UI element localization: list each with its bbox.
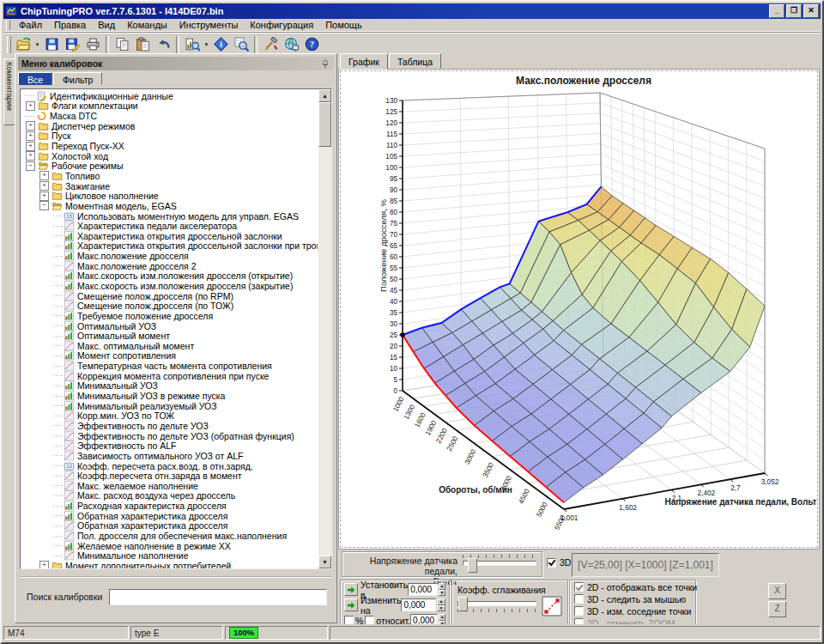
tree-item[interactable]: Обратная характеристика дросселя	[22, 521, 318, 532]
tree-item[interactable]: Желаемое наполнение в режиме ХХ	[22, 541, 318, 551]
title-bar[interactable]: ChipTuningPRO ver.7.7.6.1301 - I414DE07.…	[3, 3, 821, 19]
tree-item[interactable]: Макс. расход воздуха через дроссель	[22, 491, 318, 501]
open-dropdown[interactable]: ▼	[33, 34, 41, 55]
tree-item[interactable]: −Моментная модель, EGAS	[22, 201, 318, 211]
copy-button[interactable]	[112, 34, 132, 55]
tree-item[interactable]: Минимальный реализуемый УОЗ	[22, 401, 318, 411]
tree-item[interactable]: Характеристика открытия дроссельной засл…	[22, 241, 318, 252]
tree-item[interactable]: +Диспетчер режимов	[22, 121, 318, 131]
tree-item[interactable]: Макс.положение дросселя 2	[22, 261, 318, 271]
menu-item-6[interactable]: Конфигурация	[244, 20, 319, 30]
tree-item[interactable]: +Холостой ход	[22, 151, 318, 161]
collapse-icon[interactable]: −	[39, 201, 49, 210]
apply-set-button[interactable]	[344, 583, 358, 596]
tree-item[interactable]: Эффективность по дельте УОЗ (обратная фу…	[22, 431, 318, 441]
expand-icon[interactable]: +	[39, 561, 49, 568]
tree-item[interactable]: +Флаги комплектации	[22, 101, 318, 112]
expand-icon[interactable]: +	[26, 142, 35, 151]
apply-change-button[interactable]	[344, 598, 358, 611]
axis-x-button[interactable]: X	[768, 583, 786, 599]
change-by-value[interactable]: 0,000	[401, 598, 436, 611]
tree-item[interactable]: +Пуск	[22, 131, 318, 142]
zoom-button[interactable]	[231, 34, 251, 55]
globe-button[interactable]	[281, 34, 301, 55]
view-tab-График[interactable]: График	[340, 53, 388, 70]
voltage-slider-thumb[interactable]	[468, 558, 477, 573]
tree-tab-Фильтр[interactable]: Фильтр	[53, 72, 102, 85]
paste-button[interactable]	[132, 34, 153, 55]
expand-icon[interactable]: +	[26, 121, 35, 131]
tree-item[interactable]: Макс.положение дросселя	[22, 251, 318, 261]
tree-item[interactable]: Корр.мин. УОЗ по ТОЖ	[22, 411, 318, 422]
tree-item[interactable]: Расходная характеристка дросселя	[22, 501, 318, 511]
tree-item[interactable]: +Топливо	[22, 171, 318, 181]
tree-item[interactable]: Обратная характеристика дросселя	[22, 511, 318, 521]
save-as-button[interactable]	[62, 34, 82, 55]
set-to-spinner[interactable]: ▲▼	[439, 583, 445, 596]
tree-item[interactable]: Температурная часть момента сопротивлени…	[22, 361, 318, 371]
tree-item[interactable]: Зависимость оптимального УОЗ от ALF	[22, 451, 318, 461]
expand-icon[interactable]: +	[39, 171, 49, 180]
tree-item[interactable]: Макс.скорость изм.положения дросселя (за…	[22, 281, 318, 291]
compare-dropdown[interactable]: ▼	[203, 34, 210, 55]
view-tab-Таблица[interactable]: Таблица	[389, 53, 441, 69]
expand-icon[interactable]: +	[39, 191, 49, 201]
menu-item-3[interactable]: Вид	[92, 20, 121, 30]
tree-item[interactable]: Макс.скорость изм.положения дросселя (от…	[22, 271, 318, 282]
collapse-icon[interactable]: −	[26, 161, 35, 171]
tree-item[interactable]: Минимальный УОЗ в режиме пуска	[22, 391, 318, 401]
tree-item[interactable]: +Переход Пуск-ХХ	[22, 141, 318, 151]
tree-item[interactable]: Маска DTC	[22, 111, 318, 121]
voltage-slider[interactable]	[463, 555, 536, 566]
search-input[interactable]	[109, 589, 327, 605]
tree-item[interactable]: Эффективность по дельте УОЗ	[22, 421, 318, 431]
tree-item[interactable]: Требуемое положение дросселя	[22, 311, 318, 321]
tree-item[interactable]: −Рабочие режимы	[22, 161, 318, 171]
menu-item-5[interactable]: Инструменты	[173, 20, 245, 30]
minimize-button[interactable]: _	[769, 4, 785, 18]
surface-chart[interactable]: 0510152025303540455055606570758085909510…	[340, 70, 821, 548]
tree-item[interactable]: Коэфф.пересчета отн.заряда в момент	[22, 471, 318, 481]
option-checkbox-2[interactable]	[574, 594, 584, 604]
menu-item-1[interactable]: Файл	[13, 20, 48, 30]
menu-item-2[interactable]: Правка	[48, 20, 92, 30]
change-by-spinner[interactable]: ▲▼	[437, 598, 445, 611]
tree-item[interactable]: Смещение полож.дросселя (по RPM)	[22, 291, 318, 301]
comments-vertical-tab[interactable]: Комментарии	[3, 58, 15, 125]
restore-button[interactable]: ❐	[786, 4, 802, 18]
tree-scrollbar[interactable]: ▲ ▼	[318, 89, 331, 568]
tree-item[interactable]: Характеристика открытия дроссельной засл…	[22, 231, 318, 241]
undo-button[interactable]	[153, 34, 173, 55]
close-button[interactable]: ✕	[803, 4, 819, 18]
save-button[interactable]	[41, 34, 62, 55]
tree-item[interactable]: +Зажигание	[22, 181, 318, 191]
help-button[interactable]	[301, 34, 322, 55]
menu-item-7[interactable]: Помощь	[319, 20, 368, 30]
option-checkbox-1[interactable]	[574, 582, 584, 592]
tree-item[interactable]: Коэфф. пересчета расх.возд. в отн.заряд.	[22, 461, 318, 471]
smoothing-slider[interactable]	[457, 601, 536, 612]
tree-tab-Все[interactable]: Все	[18, 72, 52, 85]
expand-icon[interactable]: +	[26, 151, 35, 161]
tree-item[interactable]: Оптимальный УОЗ	[22, 321, 318, 331]
tree-item[interactable]: Макс. оптимальный момент	[22, 341, 318, 351]
expand-icon[interactable]: +	[26, 101, 35, 111]
tree-item[interactable]: +Цикловое наполнение	[22, 191, 318, 201]
checkbox-3d[interactable]	[547, 558, 556, 568]
tree-item[interactable]: Минимальное наполнение	[22, 550, 318, 561]
scroll-down-button[interactable]: ▼	[318, 556, 331, 568]
expand-icon[interactable]: +	[39, 181, 49, 191]
scroll-thumb[interactable]	[318, 102, 331, 147]
tree-item[interactable]: Характеристика педали акселератора	[22, 221, 318, 231]
chart-area[interactable]: 0510152025303540455055606570758085909510…	[338, 69, 820, 550]
tree-item[interactable]: Макс. желаемое наполнение	[22, 481, 318, 491]
tree-item[interactable]: Минимальный УОЗ	[22, 381, 318, 392]
pin-icon[interactable]	[319, 58, 330, 70]
interpolate-button[interactable]	[542, 596, 562, 617]
tree-item[interactable]: Оптимальный момент	[22, 331, 318, 341]
expand-icon[interactable]: +	[26, 131, 35, 141]
open-button[interactable]	[13, 34, 33, 55]
info-button[interactable]	[210, 34, 231, 55]
tree-item[interactable]: +Момент дополнительных потребителей	[22, 561, 318, 568]
tree-item[interactable]: Эффективность по ALF	[22, 440, 318, 451]
